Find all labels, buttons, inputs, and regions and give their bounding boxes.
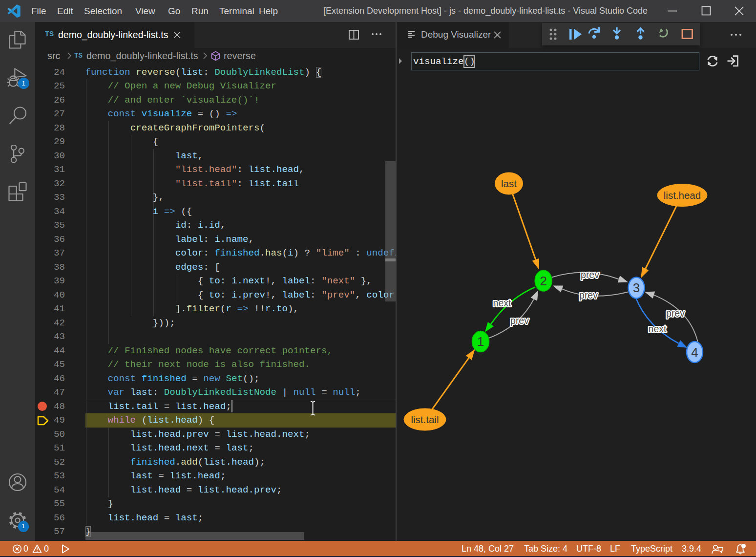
svg-text:last: last: [501, 177, 517, 189]
svg-text:next: next: [493, 297, 511, 308]
svg-text:next: next: [649, 323, 667, 334]
svg-text:prev: prev: [579, 289, 598, 300]
svg-text:prev: prev: [581, 269, 599, 279]
svg-text:4: 4: [691, 344, 698, 359]
svg-text:3: 3: [633, 280, 640, 295]
svg-text:1: 1: [477, 334, 484, 349]
svg-text:prev: prev: [510, 315, 529, 325]
svg-text:prev: prev: [666, 307, 685, 318]
svg-text:2: 2: [540, 273, 546, 288]
svg-text:list.head: list.head: [664, 189, 701, 200]
svg-text:list.tail: list.tail: [411, 413, 439, 425]
